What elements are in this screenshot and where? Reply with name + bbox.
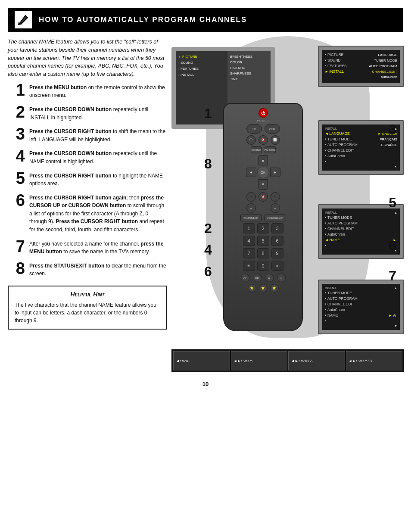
osd-features-row: •FEATURES	[178, 67, 225, 71]
pip-btn[interactable]: ⬜	[271, 135, 280, 145]
step-8-text: Press the STATUS/EXIT button to clear th…	[29, 262, 167, 278]
p2-language: ◄LANGUAGE ►ENGLISH	[325, 131, 397, 136]
picture-btn[interactable]: PICTURE	[265, 146, 276, 153]
extra-btn[interactable]: □	[277, 274, 286, 282]
p4-tuner: •TUNER MODE	[325, 291, 397, 295]
step-3-number: 3	[8, 126, 25, 142]
cursor-up-btn[interactable]: ▲	[258, 155, 268, 165]
fav-btns: ⭐ ⭐ ⭐	[227, 284, 299, 292]
btn-star[interactable]: ⚹	[243, 261, 255, 271]
cursor-right-btn[interactable]: ►	[270, 168, 280, 177]
btn-4[interactable]: 4	[243, 236, 255, 246]
btn-2[interactable]: 2	[257, 223, 269, 233]
mute-center-btn[interactable]: 🔇	[258, 192, 268, 202]
page-header: How to Automatically Program Channels	[8, 8, 403, 32]
spacer	[258, 203, 268, 213]
p4-channel: •CHANNEL EDIT	[325, 302, 397, 306]
step-8-number: 8	[8, 260, 25, 277]
p1-install: ►INSTALL CHANNEL EDIT	[325, 69, 397, 74]
vol-down-btn[interactable]: −	[246, 203, 256, 213]
power-button[interactable]: ⏻	[258, 108, 268, 118]
p4-autochron: •AutoChron	[325, 308, 397, 312]
ch-down-btn[interactable]: −	[271, 203, 280, 213]
step-3-text: Press the CURSOR RIGHT button to shift t…	[29, 128, 167, 143]
fav-btn-1[interactable]: ⭐	[248, 284, 256, 292]
btn-8[interactable]: 8	[257, 248, 269, 258]
step-6-text: Press the CURSOR RIGHT button again; the…	[29, 194, 167, 234]
char-panel-1: ◄• WX-	[173, 351, 230, 370]
osd-panel-4-inner: INSTALL▲ •TUNER MODE •AUTO PROGRAM •CHAN…	[322, 284, 400, 330]
step-4-number: 4	[8, 148, 25, 164]
osd-panel-4: INSTALL▲ •TUNER MODE •AUTO PROGRAM •CHAN…	[318, 280, 404, 334]
osd-sound-row: •SOUND	[178, 61, 225, 65]
sound-btn[interactable]: SOUND	[251, 146, 262, 153]
btn-5[interactable]: 5	[257, 236, 269, 246]
osd-panel-1: •PICTURE LANGUAGE •SOUND TUNER MODE •FEA…	[318, 46, 404, 87]
p3-channel: •CHANNEL EDIT	[325, 227, 397, 231]
fav-btn-2[interactable]: ⭐	[259, 284, 268, 292]
p4-header: INSTALL▲	[325, 286, 397, 289]
btn-3[interactable]: 3	[271, 223, 283, 233]
fav-btn-3[interactable]: ⭐	[270, 284, 279, 292]
p3-extra: •	[325, 243, 397, 248]
overlay-num-3: 3	[389, 122, 396, 136]
p2-header: INSTALL▲	[325, 127, 397, 130]
header-icon	[15, 11, 32, 28]
page-number: 10	[0, 381, 411, 387]
p3-autochron: •AutoChron	[325, 232, 397, 236]
intro-text: The channel NAME feature allows you to l…	[8, 38, 167, 78]
p4-name: •NAME ►W-	[325, 313, 397, 317]
step-1-text: Press the MENU button on the remote cont…	[29, 84, 167, 100]
step-1: 1 Press the MENU button on the remote co…	[8, 84, 167, 100]
status-exit-btn[interactable]: STATUS/EXIT	[240, 215, 262, 221]
char-entry-panels: ◄• WX- ◄►• WXY- ◄►• WXYZ- ◄►• WXYZ3	[171, 349, 404, 372]
cursor-down-btn[interactable]: ▼	[258, 179, 268, 190]
overlay-num-6b: 6	[389, 239, 396, 252]
hint-box: Helpful Hint The five characters that th…	[8, 286, 167, 330]
vol-up-btn[interactable]: +	[246, 192, 256, 202]
vcr-btn[interactable]: VCR	[265, 124, 280, 134]
step-4-text: Press the CURSOR DOWN button repeatedly …	[29, 149, 167, 165]
dpad-center: OK	[257, 166, 269, 178]
remote-top-btns: TV VCR	[227, 124, 299, 134]
osd-color: COLOR	[230, 60, 268, 64]
p3-tuner: •TUNER MODE	[325, 215, 397, 220]
tv-btn[interactable]: TV	[246, 124, 262, 134]
osd-picture: PICTURE	[230, 66, 268, 70]
btn-pound[interactable]: #	[271, 261, 283, 271]
remote-mid-btns: ⓘ 🔇 ⬜	[227, 135, 299, 145]
cursor-left-btn[interactable]: ◄	[246, 168, 256, 177]
btn-0[interactable]: 0	[257, 261, 269, 271]
osd-tint: TINT	[230, 77, 268, 81]
menu-select-btn[interactable]: MENU/SELECT	[265, 215, 286, 221]
dolby-btn[interactable]: DD	[253, 274, 262, 282]
mute-btn[interactable]: 🔇	[258, 135, 268, 145]
btn-1[interactable]: 1	[243, 223, 255, 233]
freeze-btn[interactable]: ❄	[265, 274, 274, 282]
char-panel-2: ◄►• WXY-	[231, 351, 288, 370]
p1-sound: •SOUND TUNER MODE	[325, 58, 397, 62]
steps-list: 1 Press the MENU button on the remote co…	[8, 84, 167, 278]
p4-footer: ▼	[325, 324, 397, 327]
step-2-text: Press the CURSOR DOWN button repeatedly …	[29, 106, 167, 121]
btn-6[interactable]: 6	[271, 236, 283, 246]
step-5-number: 5	[8, 170, 25, 187]
osd-brightness: BRIGHTNESS	[230, 55, 268, 59]
right-column: ►PICTURE •SOUND •FEATURES •INSTALL	[171, 32, 404, 372]
info-btn[interactable]: ⓘ	[246, 135, 256, 145]
osd-left-menu: ►PICTURE •SOUND •FEATURES •INSTALL	[176, 51, 227, 124]
overlay-num-2: 2	[204, 221, 212, 235]
hint-title: Helpful Hint	[15, 291, 160, 298]
av-btn[interactable]: AV	[241, 274, 249, 282]
btn-7[interactable]: 7	[243, 248, 255, 258]
vol-ch-row: + 🔇 +	[227, 192, 299, 202]
btn-9[interactable]: 9	[271, 248, 283, 258]
overlay-num-4: 4	[204, 243, 212, 257]
p2-extra: •	[325, 159, 397, 164]
step-2: 2 Press the CURSOR DOWN button repeatedl…	[8, 106, 167, 121]
overlay-num-8: 8	[204, 157, 212, 171]
remote-control: ⏻ POWER TV VCR ⓘ 🔇 ⬜ SOUND PICTURE	[223, 103, 303, 331]
osd-install-row: •INSTALL	[178, 73, 225, 77]
remote-label: POWER	[257, 119, 269, 122]
ch-up-btn[interactable]: +	[271, 192, 280, 202]
